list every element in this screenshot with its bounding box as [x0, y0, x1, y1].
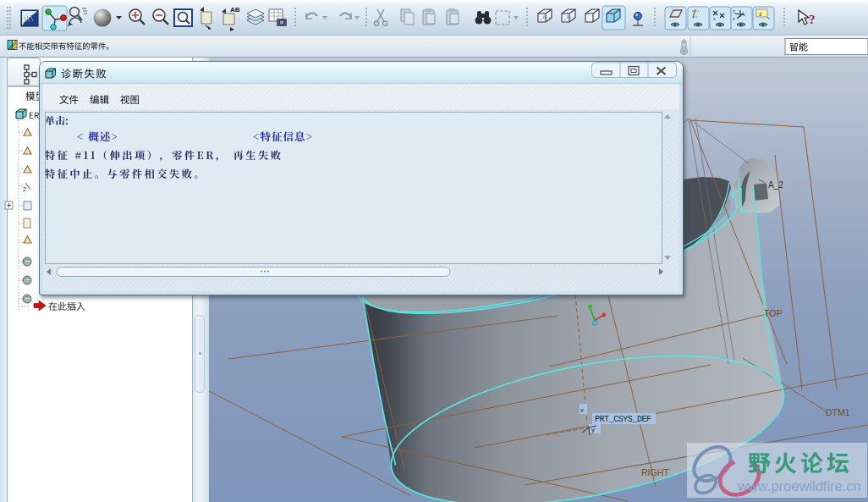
svg-text:y: y — [733, 8, 735, 14]
svg-text:DTM1: DTM1 — [826, 407, 850, 417]
svg-text:www.proewildfire.cn: www.proewildfire.cn — [737, 478, 861, 494]
svg-text:y: y — [591, 426, 595, 433]
svg-text:AB: AB — [230, 6, 240, 14]
svg-text:z: z — [733, 16, 735, 21]
svg-text:A_2: A_2 — [768, 180, 783, 190]
svg-text:?: ? — [809, 13, 816, 26]
svg-text:2: 2 — [23, 186, 26, 192]
svg-text:RIGHT: RIGHT — [641, 467, 669, 477]
svg-text:z: z — [759, 11, 762, 17]
svg-text:x: x — [713, 16, 716, 21]
svg-text:x: x — [580, 406, 584, 414]
svg-text:PRT_CSYS_DEF: PRT_CSYS_DEF — [595, 415, 651, 424]
svg-text:TOP: TOP — [764, 308, 782, 318]
